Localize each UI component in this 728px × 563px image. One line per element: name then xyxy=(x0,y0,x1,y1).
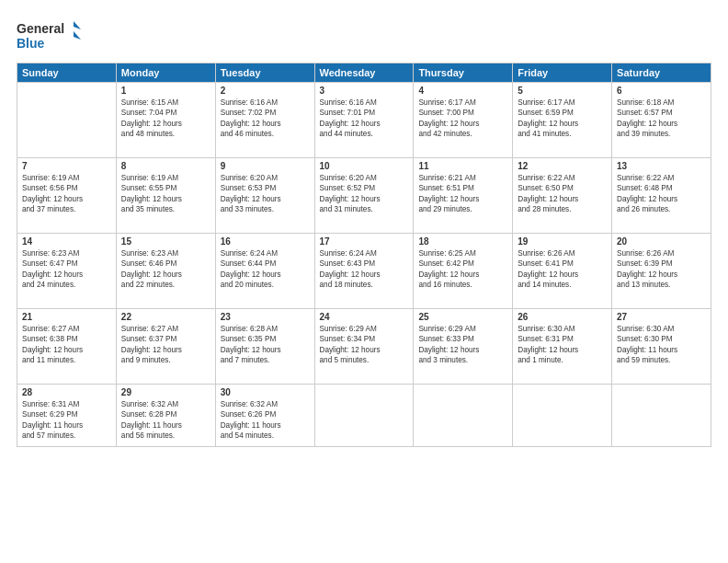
calendar-cell: 18Sunrise: 6:25 AM Sunset: 6:42 PM Dayli… xyxy=(414,234,513,309)
weekday-header-tuesday: Tuesday xyxy=(215,63,314,83)
calendar-table: SundayMondayTuesdayWednesdayThursdayFrid… xyxy=(17,63,711,447)
date-number: 13 xyxy=(617,161,706,171)
calendar-cell xyxy=(612,385,711,447)
date-number: 21 xyxy=(22,312,111,322)
cell-info: Sunrise: 6:24 AM Sunset: 6:43 PM Dayligh… xyxy=(320,248,409,291)
calendar-cell: 3Sunrise: 6:16 AM Sunset: 7:01 PM Daylig… xyxy=(314,83,414,158)
cell-info: Sunrise: 6:20 AM Sunset: 6:52 PM Dayligh… xyxy=(320,173,409,215)
weekday-header-saturday: Saturday xyxy=(612,63,711,83)
cell-info: Sunrise: 6:22 AM Sunset: 6:48 PM Dayligh… xyxy=(617,173,706,215)
logo-svg: General Blue xyxy=(17,17,81,53)
date-number: 23 xyxy=(221,312,310,322)
date-number: 20 xyxy=(617,236,706,247)
cell-info: Sunrise: 6:22 AM Sunset: 6:50 PM Dayligh… xyxy=(518,173,607,215)
cell-info: Sunrise: 6:21 AM Sunset: 6:51 PM Dayligh… xyxy=(418,173,507,215)
cell-info: Sunrise: 6:19 AM Sunset: 6:55 PM Dayligh… xyxy=(121,173,210,215)
date-number: 5 xyxy=(518,86,607,96)
calendar-cell xyxy=(314,385,414,447)
week-row-5: 28Sunrise: 6:31 AM Sunset: 6:29 PM Dayli… xyxy=(17,385,711,447)
date-number: 28 xyxy=(22,387,111,397)
cell-info: Sunrise: 6:26 AM Sunset: 6:39 PM Dayligh… xyxy=(617,248,706,291)
cell-info: Sunrise: 6:27 AM Sunset: 6:37 PM Dayligh… xyxy=(121,324,210,366)
calendar-cell: 29Sunrise: 6:32 AM Sunset: 6:28 PM Dayli… xyxy=(116,385,215,447)
cell-info: Sunrise: 6:15 AM Sunset: 7:04 PM Dayligh… xyxy=(121,98,210,140)
date-number: 2 xyxy=(221,86,310,96)
date-number: 26 xyxy=(518,312,607,322)
calendar-cell: 2Sunrise: 6:16 AM Sunset: 7:02 PM Daylig… xyxy=(215,83,314,158)
date-number: 27 xyxy=(617,312,706,322)
week-row-3: 14Sunrise: 6:23 AM Sunset: 6:47 PM Dayli… xyxy=(17,234,711,309)
calendar-cell: 16Sunrise: 6:24 AM Sunset: 6:44 PM Dayli… xyxy=(215,234,314,309)
date-number: 22 xyxy=(121,312,210,322)
calendar-cell: 15Sunrise: 6:23 AM Sunset: 6:46 PM Dayli… xyxy=(116,234,215,309)
calendar-cell: 4Sunrise: 6:17 AM Sunset: 7:00 PM Daylig… xyxy=(414,83,513,158)
calendar-cell: 24Sunrise: 6:29 AM Sunset: 6:34 PM Dayli… xyxy=(314,309,414,385)
calendar-cell: 14Sunrise: 6:23 AM Sunset: 6:47 PM Dayli… xyxy=(17,234,117,309)
weekday-header-friday: Friday xyxy=(513,63,612,83)
date-number: 18 xyxy=(418,236,507,247)
date-number: 6 xyxy=(617,86,706,96)
calendar-cell: 21Sunrise: 6:27 AM Sunset: 6:38 PM Dayli… xyxy=(17,309,117,385)
cell-info: Sunrise: 6:32 AM Sunset: 6:26 PM Dayligh… xyxy=(221,399,310,442)
calendar-cell: 27Sunrise: 6:30 AM Sunset: 6:30 PM Dayli… xyxy=(612,309,711,385)
date-number: 9 xyxy=(221,161,310,171)
calendar-cell: 5Sunrise: 6:17 AM Sunset: 6:59 PM Daylig… xyxy=(513,83,612,158)
calendar-cell: 17Sunrise: 6:24 AM Sunset: 6:43 PM Dayli… xyxy=(314,234,414,309)
date-number: 24 xyxy=(320,312,409,322)
date-number: 29 xyxy=(121,387,210,397)
calendar-cell xyxy=(17,83,117,158)
calendar-cell: 19Sunrise: 6:26 AM Sunset: 6:41 PM Dayli… xyxy=(513,234,612,309)
calendar-cell: 12Sunrise: 6:22 AM Sunset: 6:50 PM Dayli… xyxy=(513,158,612,234)
weekday-header-row: SundayMondayTuesdayWednesdayThursdayFrid… xyxy=(17,63,711,83)
date-number: 4 xyxy=(418,86,507,96)
calendar-cell: 6Sunrise: 6:18 AM Sunset: 6:57 PM Daylig… xyxy=(612,83,711,158)
week-row-4: 21Sunrise: 6:27 AM Sunset: 6:38 PM Dayli… xyxy=(17,309,711,385)
calendar-cell xyxy=(414,385,513,447)
cell-info: Sunrise: 6:18 AM Sunset: 6:57 PM Dayligh… xyxy=(617,98,706,140)
svg-text:Blue: Blue xyxy=(17,36,45,51)
cell-info: Sunrise: 6:17 AM Sunset: 6:59 PM Dayligh… xyxy=(518,98,607,140)
cell-info: Sunrise: 6:30 AM Sunset: 6:31 PM Dayligh… xyxy=(518,324,607,366)
date-number: 30 xyxy=(221,387,310,397)
cell-info: Sunrise: 6:23 AM Sunset: 6:46 PM Dayligh… xyxy=(121,248,210,291)
cell-info: Sunrise: 6:24 AM Sunset: 6:44 PM Dayligh… xyxy=(221,248,310,291)
date-number: 1 xyxy=(121,86,210,96)
weekday-header-sunday: Sunday xyxy=(17,63,117,83)
header: General Blue xyxy=(17,17,711,53)
date-number: 16 xyxy=(221,236,310,247)
calendar-cell: 10Sunrise: 6:20 AM Sunset: 6:52 PM Dayli… xyxy=(314,158,414,234)
cell-info: Sunrise: 6:20 AM Sunset: 6:53 PM Dayligh… xyxy=(221,173,310,215)
cell-info: Sunrise: 6:29 AM Sunset: 6:33 PM Dayligh… xyxy=(418,324,507,366)
calendar-cell: 25Sunrise: 6:29 AM Sunset: 6:33 PM Dayli… xyxy=(414,309,513,385)
date-number: 7 xyxy=(22,161,111,171)
date-number: 14 xyxy=(22,236,111,247)
date-number: 15 xyxy=(121,236,210,247)
calendar-cell: 11Sunrise: 6:21 AM Sunset: 6:51 PM Dayli… xyxy=(414,158,513,234)
cell-info: Sunrise: 6:32 AM Sunset: 6:28 PM Dayligh… xyxy=(121,399,210,442)
calendar-cell: 7Sunrise: 6:19 AM Sunset: 6:56 PM Daylig… xyxy=(17,158,117,234)
cell-info: Sunrise: 6:17 AM Sunset: 7:00 PM Dayligh… xyxy=(418,98,507,140)
calendar-cell: 28Sunrise: 6:31 AM Sunset: 6:29 PM Dayli… xyxy=(17,385,117,447)
calendar-cell xyxy=(513,385,612,447)
cell-info: Sunrise: 6:16 AM Sunset: 7:02 PM Dayligh… xyxy=(221,98,310,140)
cell-info: Sunrise: 6:25 AM Sunset: 6:42 PM Dayligh… xyxy=(418,248,507,291)
cell-info: Sunrise: 6:16 AM Sunset: 7:01 PM Dayligh… xyxy=(320,98,409,140)
cell-info: Sunrise: 6:23 AM Sunset: 6:47 PM Dayligh… xyxy=(22,248,111,291)
svg-marker-2 xyxy=(74,21,81,29)
cell-info: Sunrise: 6:29 AM Sunset: 6:34 PM Dayligh… xyxy=(320,324,409,366)
date-number: 12 xyxy=(518,161,607,171)
cell-info: Sunrise: 6:27 AM Sunset: 6:38 PM Dayligh… xyxy=(22,324,111,366)
cell-info: Sunrise: 6:26 AM Sunset: 6:41 PM Dayligh… xyxy=(518,248,607,291)
week-row-1: 1Sunrise: 6:15 AM Sunset: 7:04 PM Daylig… xyxy=(17,83,711,158)
cell-info: Sunrise: 6:19 AM Sunset: 6:56 PM Dayligh… xyxy=(22,173,111,215)
date-number: 3 xyxy=(320,86,409,96)
weekday-header-thursday: Thursday xyxy=(414,63,513,83)
svg-marker-3 xyxy=(74,31,81,40)
calendar-cell: 30Sunrise: 6:32 AM Sunset: 6:26 PM Dayli… xyxy=(215,385,314,447)
weekday-header-monday: Monday xyxy=(116,63,215,83)
cell-info: Sunrise: 6:30 AM Sunset: 6:30 PM Dayligh… xyxy=(617,324,706,366)
svg-text:General: General xyxy=(17,21,64,36)
calendar-cell: 9Sunrise: 6:20 AM Sunset: 6:53 PM Daylig… xyxy=(215,158,314,234)
date-number: 19 xyxy=(518,236,607,247)
cell-info: Sunrise: 6:31 AM Sunset: 6:29 PM Dayligh… xyxy=(22,399,111,442)
